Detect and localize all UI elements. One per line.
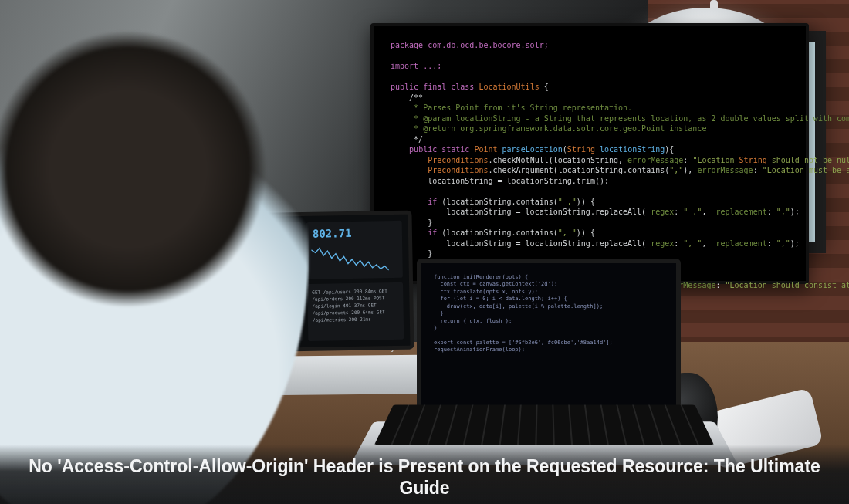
laptop-keyboard	[374, 404, 714, 445]
dashboard-metric-b: 802.71	[306, 221, 403, 279]
developer-person	[0, 0, 309, 504]
dashboard-requests: GET /api/users 200 84ms GET /api/orders …	[307, 282, 404, 341]
sparkline-b	[311, 245, 389, 273]
external-monitor: package com.db.ocd.be.bocore.solr; impor…	[370, 23, 809, 284]
metric-b-value: 802.71	[313, 228, 352, 239]
front-code-content: function initRenderer(opts) { const ctx …	[421, 263, 676, 365]
laptop-front-screen: function initRenderer(opts) { const ctx …	[417, 259, 681, 414]
article-hero-image: package com.db.ocd.be.bocore.solr; impor…	[0, 0, 849, 504]
article-title-overlay: No 'Access-Control-Allow-Origin' Header …	[0, 445, 849, 505]
